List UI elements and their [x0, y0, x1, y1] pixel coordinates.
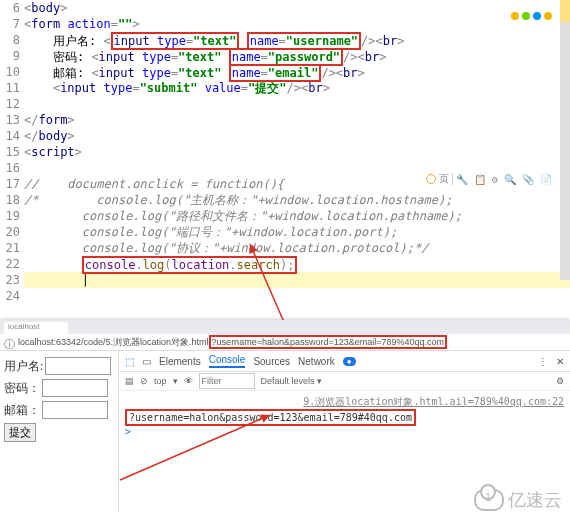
line-number: 11	[0, 80, 20, 96]
minimap[interactable]	[560, 0, 570, 280]
password-label: 密码：	[4, 380, 40, 397]
tool-icons[interactable]: 🔧 📋 ⚙ 🔍 📎 📄	[456, 174, 552, 185]
reader-dots-icon[interactable]	[511, 12, 552, 20]
line-number: 17	[0, 176, 20, 192]
device-icon[interactable]: ▭	[142, 356, 151, 367]
page-content: 用户名: 密码： 邮箱： 提交	[0, 351, 118, 511]
levels-select[interactable]: Default levels ▾	[261, 376, 323, 386]
code-editor: 6 7 8 9 10 11 12 13 14 15 16 17 18 19 20…	[0, 0, 570, 304]
line-number: 16	[0, 160, 20, 176]
console-message: ?username=halon&password=123&email=789#4…	[125, 409, 416, 426]
line-number: 20	[0, 224, 20, 240]
line-number: 15	[0, 144, 20, 160]
eye-icon[interactable]: 👁	[184, 376, 193, 386]
address-bar[interactable]: ⓘ localhost:63342/code/5.浏览器location对象.h…	[0, 334, 570, 351]
gear-icon[interactable]: ⚙	[556, 376, 564, 386]
tab-network[interactable]: Network	[298, 356, 335, 367]
badge-icon	[426, 174, 436, 184]
password-input[interactable]	[42, 379, 108, 397]
chevron-down-icon: ▾	[173, 376, 178, 386]
devtools-tabs: ⬚ ▭ Elements Console Sources Network ● ⋮…	[119, 351, 570, 372]
email-label: 邮箱：	[4, 402, 40, 419]
console-prompt[interactable]: >	[125, 426, 564, 437]
email-input[interactable]	[42, 401, 108, 419]
console-toolbar: ▤ ⊘ top▾ 👁 Default levels ▾ ⚙	[119, 372, 570, 391]
devtools-panel: ⬚ ▭ Elements Console Sources Network ● ⋮…	[118, 351, 570, 511]
tab-sources[interactable]: Sources	[253, 356, 290, 367]
submit-button[interactable]: 提交	[4, 423, 36, 442]
info-icon: ⓘ	[4, 337, 14, 347]
username-input[interactable]	[45, 357, 111, 375]
browser-tab[interactable]: localhost	[4, 322, 68, 334]
line-number: 18	[0, 192, 20, 208]
code-body[interactable]: <body> <form action=""> 用户名: <input type…	[24, 0, 570, 304]
line-number: 21	[0, 240, 20, 256]
inspect-icon[interactable]: ⬚	[125, 356, 134, 367]
tab-console[interactable]: Console	[209, 354, 246, 368]
tag-body: body	[31, 1, 60, 15]
console-source-link[interactable]: 9.浏览器location对象.html.ail=789%40qq.com:22	[125, 395, 564, 409]
url-query-highlight: ?username=halon&password=123&email=789%4…	[209, 335, 447, 349]
tool-label: 页	[439, 172, 449, 186]
badge-icon: ●	[343, 357, 356, 366]
line-number: 13	[0, 112, 20, 128]
tool-strip[interactable]: 页 🔧 📋 ⚙ 🔍 📎 📄	[426, 172, 552, 186]
sidebar-icon[interactable]: ▤	[125, 376, 134, 386]
watermark-text: 亿速云	[508, 488, 562, 512]
line-number-gutter: 6 7 8 9 10 11 12 13 14 15 16 17 18 19 20…	[0, 0, 24, 304]
line-number: 19	[0, 208, 20, 224]
tab-elements[interactable]: Elements	[159, 356, 201, 367]
tab-strip: localhost	[0, 320, 570, 334]
more-icon[interactable]: ⋮	[538, 356, 548, 367]
clear-icon[interactable]: ⊘	[140, 376, 148, 386]
cloud-icon	[474, 489, 504, 511]
close-icon[interactable]: ✕	[556, 356, 564, 367]
watermark: 亿速云	[474, 488, 562, 512]
line-number: 23	[0, 272, 20, 288]
url-text: localhost:63342/code/5.浏览器location对象.htm…	[18, 335, 566, 349]
username-label: 用户名:	[4, 358, 43, 375]
line-number: 24	[0, 288, 20, 304]
console-log-highlight: console.log(location.search);	[82, 256, 298, 274]
line-number: 22	[0, 256, 20, 272]
filter-input[interactable]	[199, 373, 255, 389]
line-number: 6	[0, 0, 20, 16]
scope-select[interactable]: top	[154, 376, 167, 386]
line-number: 9	[0, 48, 20, 64]
line-number: 10	[0, 64, 20, 80]
line-number: 7	[0, 16, 20, 32]
line-number: 12	[0, 96, 20, 112]
console-output: 9.浏览器location对象.html.ail=789%40qq.com:22…	[119, 391, 570, 441]
line-number: 8	[0, 32, 20, 48]
line-number: 14	[0, 128, 20, 144]
